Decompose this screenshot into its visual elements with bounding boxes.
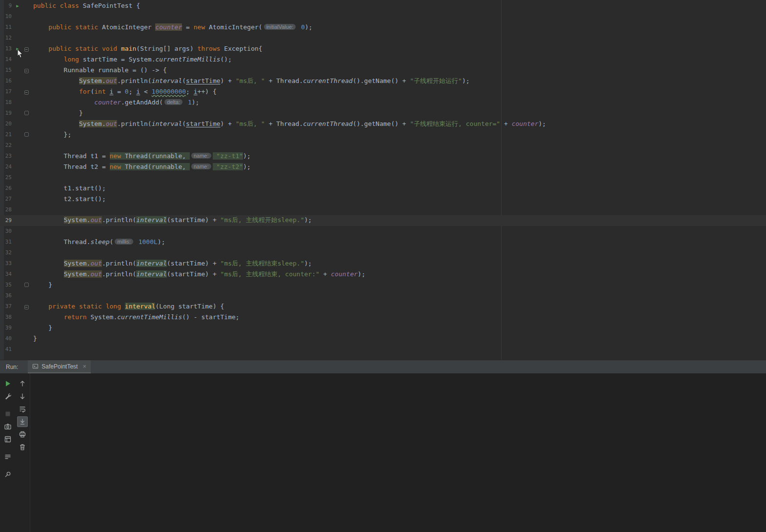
code-text: Thread.sleep(millis: 1000L); — [33, 237, 165, 247]
line-number: 9 — [0, 0, 13, 11]
fold-end-icon[interactable] — [22, 108, 30, 119]
code-line[interactable]: 25 — [0, 172, 766, 183]
code-text: counter.getAndAdd(delta: 1); — [33, 97, 199, 108]
code-line[interactable]: 12 — [0, 33, 766, 43]
code-text: public static AtomicInteger counter = ne… — [33, 22, 312, 33]
code-line[interactable]: 16 System.out.println(interval(startTime… — [0, 76, 766, 86]
run-tab-title: SafePointTest — [41, 363, 78, 370]
code-text: public static void main(String[] args) t… — [33, 43, 262, 54]
line-number: 14 — [0, 54, 13, 65]
line-number: 16 — [0, 76, 13, 86]
code-text: } — [33, 333, 37, 344]
code-text: long startTime = System.currentTimeMilli… — [33, 54, 232, 65]
code-line[interactable]: 18 counter.getAndAdd(delta: 1); — [0, 97, 766, 108]
code-line[interactable]: 29 System.out.println(interval(startTime… — [0, 215, 766, 226]
code-line[interactable]: 35 } — [0, 280, 766, 290]
code-line[interactable]: 23 Thread t1 = new Thread(runnable, name… — [0, 151, 766, 162]
code-line[interactable]: 26 t1.start(); — [0, 183, 766, 194]
code-text: t1.start(); — [33, 183, 106, 194]
clear-all-button[interactable] — [17, 442, 28, 452]
code-line[interactable]: 20 System.out.println(interval(startTime… — [0, 119, 766, 129]
run-panel-label: Run: — [6, 364, 18, 370]
fold-end-icon[interactable] — [22, 129, 30, 140]
rerun-button[interactable] — [2, 378, 13, 389]
code-text: Thread t1 = new Thread(runnable, name: "… — [33, 151, 251, 162]
code-line[interactable]: 32 — [0, 247, 766, 258]
line-number: 37 — [0, 301, 13, 312]
line-number: 35 — [0, 280, 13, 290]
run-toolbar — [0, 373, 15, 532]
code-line[interactable]: 15− Runnable runnable = () -> { — [0, 65, 766, 76]
line-number: 36 — [0, 290, 13, 301]
modify-run-config-button[interactable] — [2, 391, 13, 402]
options-menu-button[interactable] — [2, 451, 13, 462]
code-line[interactable]: 14 long startTime = System.currentTimeMi… — [0, 54, 766, 65]
fold-start-icon[interactable]: − — [22, 86, 30, 97]
code-text: System.out.println(interval(startTime) +… — [33, 269, 365, 280]
line-number: 30 — [0, 226, 13, 237]
fold-start-icon[interactable]: − — [22, 301, 30, 312]
code-line[interactable]: 22 — [0, 140, 766, 151]
code-text: private static long interval(Long startT… — [33, 301, 224, 312]
stop-button[interactable] — [2, 409, 13, 419]
line-number: 28 — [0, 205, 13, 215]
code-line[interactable]: 36 — [0, 290, 766, 301]
thread-dump-button[interactable] — [2, 421, 13, 432]
code-line[interactable]: 30 — [0, 226, 766, 237]
run-tool-window: Run: SafePointTest × — [0, 360, 766, 532]
fold-start-icon[interactable]: − — [22, 43, 30, 54]
code-text: System.out.println(interval(startTime) +… — [33, 258, 312, 269]
console-toolbar — [15, 373, 30, 532]
code-line[interactable]: 39 } — [0, 323, 766, 333]
run-panel-header: Run: SafePointTest × — [0, 360, 766, 373]
code-text: System.out.println(interval(startTime) +… — [33, 119, 546, 129]
code-line[interactable]: 19 } — [0, 108, 766, 119]
code-line[interactable]: 31 Thread.sleep(millis: 1000L); — [0, 237, 766, 247]
line-number: 11 — [0, 22, 13, 33]
run-line-icon[interactable]: ▶ — [13, 43, 22, 54]
print-button[interactable] — [17, 429, 28, 440]
fold-end-icon[interactable] — [22, 280, 30, 290]
pin-tab-button[interactable] — [2, 469, 13, 480]
code-line[interactable]: 21 }; — [0, 129, 766, 140]
line-number: 22 — [0, 140, 13, 151]
code-line[interactable]: 38 return System.currentTimeMillis() - s… — [0, 312, 766, 323]
run-line-icon[interactable]: ▶ — [13, 0, 22, 11]
code-line[interactable]: 13▶− public static void main(String[] ar… — [0, 43, 766, 54]
run-tab-safepointtest[interactable]: SafePointTest × — [28, 360, 91, 373]
code-line[interactable]: 33 System.out.println(interval(startTime… — [0, 258, 766, 269]
code-line[interactable]: 27 t2.start(); — [0, 194, 766, 205]
code-line[interactable]: 11 public static AtomicInteger counter =… — [0, 22, 766, 33]
code-line[interactable]: 28 — [0, 205, 766, 215]
soft-wrap-button[interactable] — [17, 404, 28, 414]
code-editor[interactable]: 9▶public class SafePointTest {1011 publi… — [0, 0, 766, 360]
code-line[interactable]: 24 Thread t2 = new Thread(runnable, name… — [0, 162, 766, 172]
line-number: 19 — [0, 108, 13, 119]
code-line[interactable]: 41 — [0, 344, 766, 355]
line-number: 27 — [0, 194, 13, 205]
restore-layout-button[interactable] — [2, 434, 13, 445]
code-text: } — [33, 108, 83, 119]
code-text: t2.start(); — [33, 194, 106, 205]
scroll-to-end-button[interactable] — [17, 416, 28, 427]
line-number: 21 — [0, 129, 13, 140]
console-output[interactable] — [30, 373, 766, 532]
code-line[interactable]: 37− private static long interval(Long st… — [0, 301, 766, 312]
line-number: 10 — [0, 11, 13, 22]
code-text: Thread t2 = new Thread(runnable, name: "… — [33, 162, 251, 172]
code-text: System.out.println(interval(startTime) +… — [33, 215, 312, 227]
line-number: 23 — [0, 151, 13, 162]
code-line[interactable]: 17− for(int i = 0; i < 100000000; i++) { — [0, 86, 766, 97]
code-line[interactable]: 9▶public class SafePointTest { — [0, 0, 766, 11]
fold-start-icon[interactable]: − — [22, 65, 30, 76]
close-tab-icon[interactable]: × — [82, 363, 86, 370]
code-text: Runnable runnable = () -> { — [33, 65, 167, 76]
code-text: System.out.println(interval(startTime) +… — [33, 76, 470, 86]
code-line[interactable]: 40} — [0, 333, 766, 344]
down-stacktrace-button[interactable] — [17, 391, 28, 402]
code-line[interactable]: 10 — [0, 11, 766, 22]
code-line[interactable]: 34 System.out.println(interval(startTime… — [0, 269, 766, 280]
line-number: 24 — [0, 162, 13, 172]
up-stacktrace-button[interactable] — [17, 378, 28, 389]
run-panel-body — [0, 373, 766, 532]
